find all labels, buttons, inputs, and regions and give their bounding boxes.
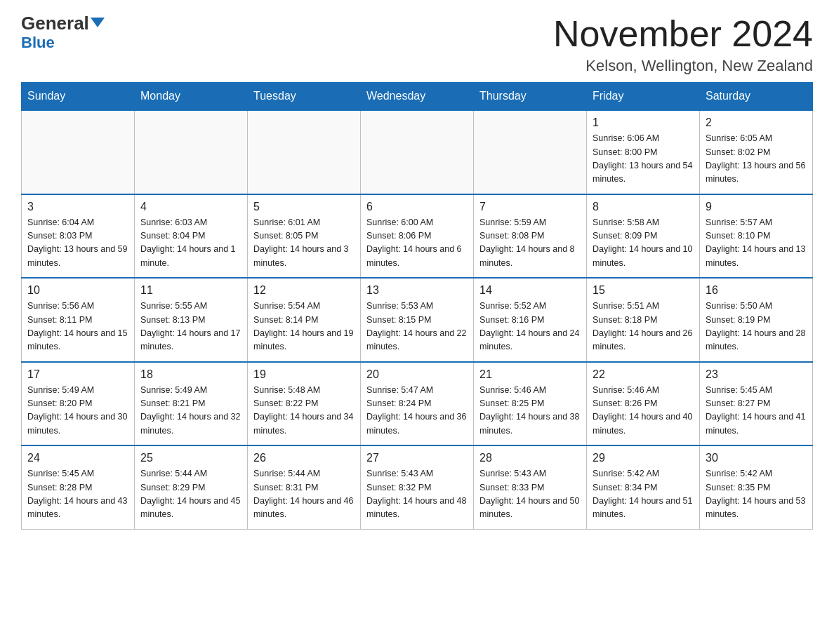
calendar-week-row: 24Sunrise: 5:45 AMSunset: 8:28 PMDayligh… [22, 445, 813, 529]
day-number: 14 [479, 284, 581, 297]
day-number: 1 [593, 116, 694, 129]
calendar-week-row: 17Sunrise: 5:49 AMSunset: 8:20 PMDayligh… [22, 362, 813, 446]
day-number: 28 [479, 452, 581, 464]
day-number: 8 [593, 201, 694, 213]
day-detail: Sunrise: 5:43 AMSunset: 8:32 PMDaylight:… [366, 467, 468, 522]
day-detail: Sunrise: 5:47 AMSunset: 8:24 PMDaylight:… [366, 384, 468, 438]
logo-blue: Blue [21, 34, 55, 52]
day-detail: Sunrise: 6:06 AMSunset: 8:00 PMDaylight:… [593, 132, 694, 187]
day-detail: Sunrise: 5:49 AMSunset: 8:20 PMDaylight:… [27, 384, 128, 438]
day-number: 5 [253, 201, 355, 213]
day-detail: Sunrise: 6:03 AMSunset: 8:04 PMDaylight:… [140, 216, 241, 271]
day-detail: Sunrise: 6:01 AMSunset: 8:05 PMDaylight:… [253, 216, 355, 271]
day-number: 10 [27, 284, 128, 297]
calendar-cell: 17Sunrise: 5:49 AMSunset: 8:20 PMDayligh… [22, 362, 135, 446]
calendar-week-row: 10Sunrise: 5:56 AMSunset: 8:11 PMDayligh… [22, 278, 813, 362]
day-detail: Sunrise: 5:51 AMSunset: 8:18 PMDaylight:… [593, 300, 694, 354]
day-number: 15 [593, 284, 694, 297]
calendar-cell: 24Sunrise: 5:45 AMSunset: 8:28 PMDayligh… [22, 445, 135, 529]
month-title: November 2024 [553, 14, 813, 54]
calendar-cell: 12Sunrise: 5:54 AMSunset: 8:14 PMDayligh… [248, 278, 361, 362]
calendar-week-row: 1Sunrise: 6:06 AMSunset: 8:00 PMDaylight… [22, 110, 813, 194]
calendar-week-row: 3Sunrise: 6:04 AMSunset: 8:03 PMDaylight… [22, 194, 813, 279]
day-number: 20 [366, 368, 468, 381]
day-detail: Sunrise: 5:59 AMSunset: 8:08 PMDaylight:… [479, 216, 581, 271]
calendar-cell: 29Sunrise: 5:42 AMSunset: 8:34 PMDayligh… [587, 445, 700, 529]
day-number: 11 [140, 284, 241, 297]
calendar-cell [361, 110, 474, 194]
weekday-header: Thursday [474, 83, 587, 111]
calendar-cell: 4Sunrise: 6:03 AMSunset: 8:04 PMDaylight… [135, 194, 248, 279]
day-number: 29 [593, 452, 694, 464]
day-number: 23 [706, 368, 807, 381]
day-number: 22 [593, 368, 694, 381]
calendar-cell: 21Sunrise: 5:46 AMSunset: 8:25 PMDayligh… [474, 362, 587, 446]
day-detail: Sunrise: 5:49 AMSunset: 8:21 PMDaylight:… [140, 384, 241, 438]
calendar-cell: 5Sunrise: 6:01 AMSunset: 8:05 PMDaylight… [248, 194, 361, 279]
day-number: 25 [140, 452, 241, 464]
page-header: General Blue November 2024 Kelson, Welli… [21, 14, 813, 75]
day-detail: Sunrise: 5:42 AMSunset: 8:35 PMDaylight:… [706, 467, 807, 522]
day-detail: Sunrise: 5:56 AMSunset: 8:11 PMDaylight:… [27, 300, 128, 354]
day-detail: Sunrise: 6:05 AMSunset: 8:02 PMDaylight:… [706, 132, 807, 187]
day-number: 6 [366, 201, 468, 213]
logo-triangle-icon [91, 18, 105, 27]
calendar-cell: 11Sunrise: 5:55 AMSunset: 8:13 PMDayligh… [135, 278, 248, 362]
day-number: 18 [140, 368, 241, 381]
calendar-cell: 19Sunrise: 5:48 AMSunset: 8:22 PMDayligh… [248, 362, 361, 446]
day-detail: Sunrise: 5:46 AMSunset: 8:26 PMDaylight:… [593, 384, 694, 438]
day-detail: Sunrise: 5:54 AMSunset: 8:14 PMDaylight:… [253, 300, 355, 354]
day-detail: Sunrise: 5:42 AMSunset: 8:34 PMDaylight:… [593, 467, 694, 522]
day-detail: Sunrise: 5:53 AMSunset: 8:15 PMDaylight:… [366, 300, 468, 354]
day-detail: Sunrise: 5:44 AMSunset: 8:31 PMDaylight:… [253, 467, 355, 522]
calendar-cell: 10Sunrise: 5:56 AMSunset: 8:11 PMDayligh… [22, 278, 135, 362]
calendar-cell: 13Sunrise: 5:53 AMSunset: 8:15 PMDayligh… [361, 278, 474, 362]
calendar-cell [22, 110, 135, 194]
calendar-cell: 9Sunrise: 5:57 AMSunset: 8:10 PMDaylight… [700, 194, 813, 279]
calendar-table: SundayMondayTuesdayWednesdayThursdayFrid… [21, 82, 813, 530]
calendar-cell: 8Sunrise: 5:58 AMSunset: 8:09 PMDaylight… [587, 194, 700, 279]
calendar-cell: 1Sunrise: 6:06 AMSunset: 8:00 PMDaylight… [587, 110, 700, 194]
calendar-cell: 15Sunrise: 5:51 AMSunset: 8:18 PMDayligh… [587, 278, 700, 362]
day-detail: Sunrise: 5:57 AMSunset: 8:10 PMDaylight:… [706, 216, 807, 271]
calendar-cell: 26Sunrise: 5:44 AMSunset: 8:31 PMDayligh… [248, 445, 361, 529]
calendar-cell: 20Sunrise: 5:47 AMSunset: 8:24 PMDayligh… [361, 362, 474, 446]
calendar-cell: 25Sunrise: 5:44 AMSunset: 8:29 PMDayligh… [135, 445, 248, 529]
title-block: November 2024 Kelson, Wellington, New Ze… [553, 14, 813, 75]
calendar-cell: 6Sunrise: 6:00 AMSunset: 8:06 PMDaylight… [361, 194, 474, 279]
weekday-header: Sunday [22, 83, 135, 111]
day-detail: Sunrise: 5:43 AMSunset: 8:33 PMDaylight:… [479, 467, 581, 522]
day-number: 9 [706, 201, 807, 213]
day-number: 30 [706, 452, 807, 464]
day-number: 17 [27, 368, 128, 381]
day-number: 4 [140, 201, 241, 213]
calendar-cell: 2Sunrise: 6:05 AMSunset: 8:02 PMDaylight… [700, 110, 813, 194]
day-number: 2 [706, 116, 807, 129]
weekday-header: Saturday [700, 83, 813, 111]
weekday-header: Wednesday [361, 83, 474, 111]
day-number: 7 [479, 201, 581, 213]
calendar-cell: 18Sunrise: 5:49 AMSunset: 8:21 PMDayligh… [135, 362, 248, 446]
day-number: 24 [27, 452, 128, 464]
day-detail: Sunrise: 6:00 AMSunset: 8:06 PMDaylight:… [366, 216, 468, 271]
calendar-cell: 28Sunrise: 5:43 AMSunset: 8:33 PMDayligh… [474, 445, 587, 529]
day-number: 26 [253, 452, 355, 464]
day-number: 27 [366, 452, 468, 464]
logo: General Blue [21, 14, 105, 52]
weekday-header: Monday [135, 83, 248, 111]
calendar-cell: 16Sunrise: 5:50 AMSunset: 8:19 PMDayligh… [700, 278, 813, 362]
calendar-cell [135, 110, 248, 194]
day-detail: Sunrise: 5:45 AMSunset: 8:27 PMDaylight:… [706, 384, 807, 438]
day-detail: Sunrise: 5:45 AMSunset: 8:28 PMDaylight:… [27, 467, 128, 522]
day-detail: Sunrise: 5:52 AMSunset: 8:16 PMDaylight:… [479, 300, 581, 354]
logo-general: General [21, 14, 105, 32]
calendar-cell: 3Sunrise: 6:04 AMSunset: 8:03 PMDaylight… [22, 194, 135, 279]
day-number: 13 [366, 284, 468, 297]
weekday-header-row: SundayMondayTuesdayWednesdayThursdayFrid… [22, 83, 813, 111]
calendar-cell: 23Sunrise: 5:45 AMSunset: 8:27 PMDayligh… [700, 362, 813, 446]
day-detail: Sunrise: 5:48 AMSunset: 8:22 PMDaylight:… [253, 384, 355, 438]
day-detail: Sunrise: 5:50 AMSunset: 8:19 PMDaylight:… [706, 300, 807, 354]
calendar-cell: 30Sunrise: 5:42 AMSunset: 8:35 PMDayligh… [700, 445, 813, 529]
calendar-cell: 27Sunrise: 5:43 AMSunset: 8:32 PMDayligh… [361, 445, 474, 529]
day-number: 19 [253, 368, 355, 381]
